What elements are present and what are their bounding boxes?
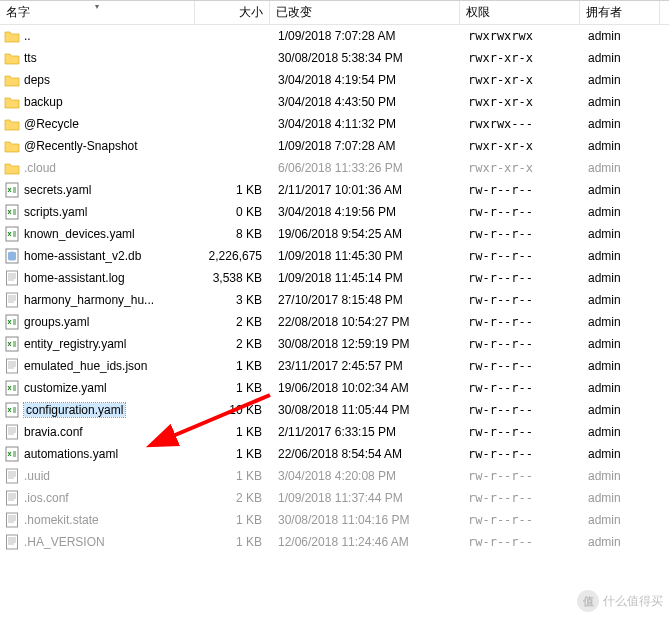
- file-owner: admin: [580, 161, 660, 175]
- file-permissions: rwxrwxrwx: [460, 29, 580, 43]
- file-modified: 1/09/2018 7:07:28 AM: [270, 29, 460, 43]
- column-header-rights[interactable]: 权限: [460, 1, 580, 24]
- file-name: deps: [24, 73, 50, 87]
- file-row[interactable]: .ios.conf2 KB1/09/2018 11:37:44 PMrw-r--…: [0, 487, 669, 509]
- file-size: 10 KB: [195, 403, 270, 417]
- file-row[interactable]: secrets.yaml1 KB2/11/2017 10:01:36 AMrw-…: [0, 179, 669, 201]
- file-size: 1 KB: [195, 425, 270, 439]
- file-owner: admin: [580, 403, 660, 417]
- column-label: 大小: [239, 4, 263, 21]
- file-row[interactable]: .uuid1 KB3/04/2018 4:20:08 PMrw-r--r--ad…: [0, 465, 669, 487]
- generic-file-icon: [4, 512, 20, 528]
- file-row[interactable]: entity_registry.yaml2 KB30/08/2018 12:59…: [0, 333, 669, 355]
- file-name: secrets.yaml: [24, 183, 91, 197]
- file-row[interactable]: tts30/08/2018 5:38:34 PMrwxr-xr-xadmin: [0, 47, 669, 69]
- file-owner: admin: [580, 425, 660, 439]
- generic-file-icon: [4, 490, 20, 506]
- svg-rect-7: [6, 315, 18, 329]
- file-name: backup: [24, 95, 63, 109]
- file-size: 2 KB: [195, 337, 270, 351]
- column-header-name[interactable]: 名字 ▾: [0, 1, 195, 24]
- file-name: groups.yaml: [24, 315, 89, 329]
- yaml-file-icon: [4, 226, 20, 242]
- column-label: 权限: [466, 4, 490, 21]
- file-owner: admin: [580, 381, 660, 395]
- file-row[interactable]: .HA_VERSION1 KB12/06/2018 11:24:46 AMrw-…: [0, 531, 669, 553]
- file-name: entity_registry.yaml: [24, 337, 126, 351]
- file-permissions: rw-r--r--: [460, 447, 580, 461]
- folder-system-icon: [4, 116, 20, 132]
- file-modified: 12/06/2018 11:24:46 AM: [270, 535, 460, 549]
- file-owner: admin: [580, 447, 660, 461]
- file-row[interactable]: .cloud6/06/2018 11:33:26 PMrwxr-xr-xadmi…: [0, 157, 669, 179]
- file-row[interactable]: home-assistant.log3,538 KB1/09/2018 11:4…: [0, 267, 669, 289]
- yaml-file-icon: [4, 182, 20, 198]
- file-name: .homekit.state: [24, 513, 99, 527]
- file-owner: admin: [580, 183, 660, 197]
- file-permissions: rw-r--r--: [460, 469, 580, 483]
- generic-file-icon: [4, 270, 20, 286]
- file-owner: admin: [580, 95, 660, 109]
- file-modified: 30/08/2018 11:04:16 PM: [270, 513, 460, 527]
- file-name: .cloud: [24, 161, 56, 175]
- generic-file-icon: [4, 534, 20, 550]
- yaml-file-icon: [4, 336, 20, 352]
- file-name: harmony_harmony_hu...: [24, 293, 154, 307]
- column-header-size[interactable]: 大小: [195, 1, 270, 24]
- file-name: configuration.yaml: [24, 403, 125, 417]
- file-name: automations.yaml: [24, 447, 118, 461]
- file-row[interactable]: @Recycle3/04/2018 4:11:32 PMrwxrwx---adm…: [0, 113, 669, 135]
- file-row[interactable]: known_devices.yaml8 KB19/06/2018 9:54:25…: [0, 223, 669, 245]
- file-owner: admin: [580, 293, 660, 307]
- file-modified: 27/10/2017 8:15:48 PM: [270, 293, 460, 307]
- file-modified: 3/04/2018 4:20:08 PM: [270, 469, 460, 483]
- file-row[interactable]: automations.yaml1 KB22/06/2018 8:54:54 A…: [0, 443, 669, 465]
- file-owner: admin: [580, 73, 660, 87]
- file-row[interactable]: configuration.yaml10 KB30/08/2018 11:05:…: [0, 399, 669, 421]
- file-row[interactable]: .homekit.state1 KB30/08/2018 11:04:16 PM…: [0, 509, 669, 531]
- file-row[interactable]: emulated_hue_ids.json1 KB23/11/2017 2:45…: [0, 355, 669, 377]
- file-modified: 30/08/2018 12:59:19 PM: [270, 337, 460, 351]
- svg-rect-2: [6, 227, 18, 241]
- generic-file-icon: [4, 292, 20, 308]
- folder-icon: [4, 72, 20, 88]
- column-header-owner[interactable]: 拥有者: [580, 1, 660, 24]
- file-permissions: rw-r--r--: [460, 271, 580, 285]
- file-row[interactable]: scripts.yaml0 KB3/04/2018 4:19:56 PMrw-r…: [0, 201, 669, 223]
- file-name: bravia.conf: [24, 425, 83, 439]
- file-row[interactable]: bravia.conf1 KB2/11/2017 6:33:15 PMrw-r-…: [0, 421, 669, 443]
- file-name: tts: [24, 51, 37, 65]
- file-row[interactable]: home-assistant_v2.db2,226,6751/09/2018 1…: [0, 245, 669, 267]
- file-row[interactable]: customize.yaml1 KB19/06/2018 10:02:34 AM…: [0, 377, 669, 399]
- file-modified: 1/09/2018 11:45:30 PM: [270, 249, 460, 263]
- file-name: .HA_VERSION: [24, 535, 105, 549]
- column-header-changed[interactable]: 已改变: [270, 1, 460, 24]
- file-size: 0 KB: [195, 205, 270, 219]
- file-name: known_devices.yaml: [24, 227, 135, 241]
- file-owner: admin: [580, 469, 660, 483]
- file-row[interactable]: ..1/09/2018 7:07:28 AMrwxrwxrwxadmin: [0, 25, 669, 47]
- file-size: 3,538 KB: [195, 271, 270, 285]
- column-label: 名字: [6, 4, 30, 21]
- file-row[interactable]: groups.yaml2 KB22/08/2018 10:54:27 PMrw-…: [0, 311, 669, 333]
- file-size: 1 KB: [195, 513, 270, 527]
- file-name: emulated_hue_ids.json: [24, 359, 147, 373]
- file-size: 1 KB: [195, 183, 270, 197]
- folder-icon: [4, 50, 20, 66]
- file-row[interactable]: @Recently-Snapshot1/09/2018 7:07:28 AMrw…: [0, 135, 669, 157]
- file-owner: admin: [580, 139, 660, 153]
- file-size: 2 KB: [195, 315, 270, 329]
- file-permissions: rw-r--r--: [460, 183, 580, 197]
- file-modified: 30/08/2018 5:38:34 PM: [270, 51, 460, 65]
- file-permissions: rw-r--r--: [460, 425, 580, 439]
- file-row[interactable]: deps3/04/2018 4:19:54 PMrwxr-xr-xadmin: [0, 69, 669, 91]
- file-owner: admin: [580, 491, 660, 505]
- file-permissions: rwxr-xr-x: [460, 51, 580, 65]
- file-modified: 1/09/2018 11:45:14 PM: [270, 271, 460, 285]
- file-row[interactable]: backup3/04/2018 4:43:50 PMrwxr-xr-xadmin: [0, 91, 669, 113]
- file-size: 2,226,675: [195, 249, 270, 263]
- yaml-file-icon: [4, 402, 20, 418]
- file-row[interactable]: harmony_harmony_hu...3 KB27/10/2017 8:15…: [0, 289, 669, 311]
- file-permissions: rwxr-xr-x: [460, 161, 580, 175]
- file-permissions: rw-r--r--: [460, 359, 580, 373]
